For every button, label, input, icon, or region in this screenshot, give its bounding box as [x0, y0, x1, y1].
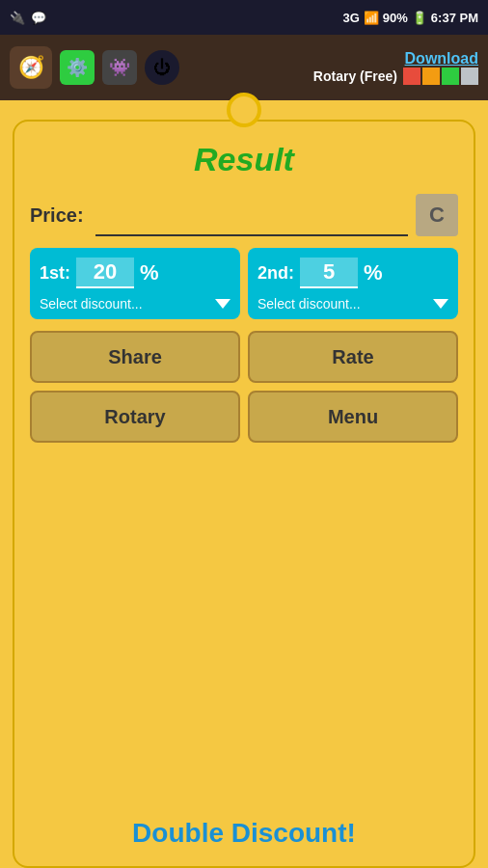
first-discount-select-label: Select discount...: [40, 296, 143, 312]
first-discount-label: 1st:: [40, 263, 70, 284]
first-discount-select[interactable]: Select discount...: [40, 296, 230, 312]
main-content: Result Price: C 1st: % Select discount..…: [0, 100, 488, 868]
gray-square: [461, 68, 478, 85]
menu-button[interactable]: Menu: [248, 391, 458, 443]
second-discount-label: 2nd:: [258, 263, 294, 284]
battery-label: 90%: [383, 11, 408, 25]
price-label: Price:: [30, 204, 88, 227]
second-discount-panel: 2nd: % Select discount...: [248, 248, 458, 319]
rate-button[interactable]: Rate: [248, 331, 458, 383]
app-title-label: Rotary (Free): [313, 68, 397, 84]
rotary-button[interactable]: Rotary: [30, 391, 240, 443]
top-bar: 🧭 ⚙️ 👾 ⏻ Download Rotary (Free): [0, 35, 488, 100]
green-icon[interactable]: ⚙️: [60, 50, 95, 85]
compass-icon[interactable]: 🧭: [10, 46, 52, 89]
second-discount-select-label: Select discount...: [258, 296, 361, 312]
result-title: Result: [194, 141, 294, 178]
second-discount-input[interactable]: [300, 258, 358, 288]
color-squares: [403, 68, 478, 85]
first-discount-pct: %: [140, 260, 159, 285]
download-button[interactable]: Download: [405, 50, 478, 68]
status-left: 🔌 💬: [10, 11, 46, 25]
time-label: 6:37 PM: [431, 11, 478, 25]
share-rate-row: Share Rate: [30, 331, 458, 383]
download-section: Download Rotary (Free): [313, 50, 478, 85]
bottom-label: Double Discount!: [0, 818, 488, 849]
signal-icon: 📶: [364, 11, 379, 25]
app-title-bar: Rotary (Free): [313, 68, 478, 85]
tag-notch: [227, 93, 261, 127]
power-icon[interactable]: ⏻: [145, 50, 179, 85]
discount-row: 1st: % Select discount... 2nd: % Select …: [30, 248, 458, 319]
orange-square: [422, 68, 440, 85]
second-dropdown-arrow: [433, 299, 448, 309]
second-discount-select[interactable]: Select discount...: [258, 296, 448, 312]
first-discount-top: 1st: %: [40, 258, 230, 288]
battery-icon: 🔋: [412, 11, 427, 25]
status-bar: 🔌 💬 3G 📶 90% 🔋 6:37 PM: [0, 0, 488, 35]
first-discount-panel: 1st: % Select discount...: [30, 248, 240, 319]
rotary-menu-row: Rotary Menu: [30, 391, 458, 443]
notification-icon: 💬: [31, 11, 46, 25]
price-row: Price: C: [30, 194, 458, 236]
network-label: 3G: [342, 11, 359, 25]
price-input[interactable]: [95, 194, 408, 236]
red-square: [403, 68, 420, 85]
second-discount-pct: %: [364, 260, 383, 285]
share-button[interactable]: Share: [30, 331, 240, 383]
tag-shape: Result Price: C 1st: % Select discount..…: [13, 120, 475, 868]
clear-button[interactable]: C: [416, 194, 458, 236]
green-square: [442, 68, 459, 85]
ghost-icon[interactable]: 👾: [102, 50, 137, 85]
second-discount-top: 2nd: %: [258, 258, 448, 288]
usb-icon: 🔌: [10, 11, 25, 25]
status-right: 3G 📶 90% 🔋 6:37 PM: [342, 11, 478, 25]
first-dropdown-arrow: [215, 299, 230, 309]
first-discount-input[interactable]: [76, 258, 134, 288]
